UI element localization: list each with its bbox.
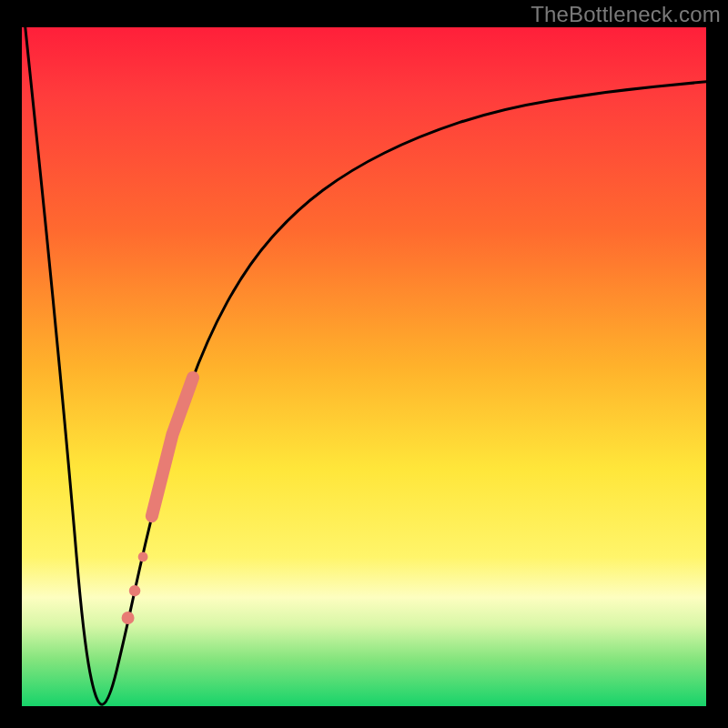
- chart-frame: TheBottleneck.com: [0, 0, 728, 728]
- watermark-text: TheBottleneck.com: [531, 2, 721, 27]
- highlight-dot: [129, 585, 140, 596]
- highlight-thick-segment: [152, 378, 193, 516]
- highlight-dots: [122, 551, 148, 624]
- highlight-dot: [138, 551, 148, 561]
- highlight-dot: [122, 612, 135, 624]
- highlight-thick-path: [152, 378, 193, 516]
- bottleneck-curve: [25, 27, 706, 704]
- bottleneck-curve-svg: [22, 27, 706, 706]
- plot-area: [22, 27, 706, 706]
